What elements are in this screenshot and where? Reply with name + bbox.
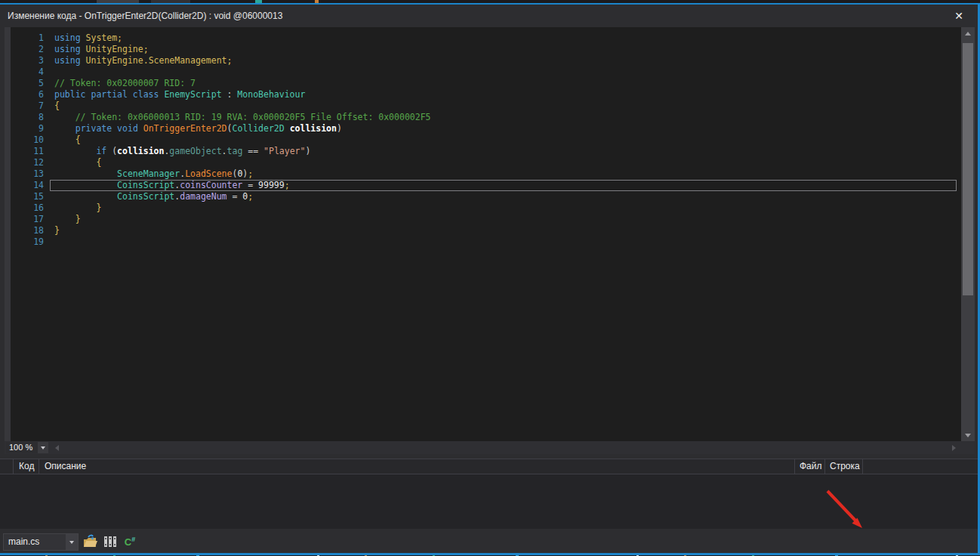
code-line[interactable]: { [50, 134, 957, 146]
column-icon[interactable] [0, 459, 14, 474]
scroll-left-icon[interactable] [51, 442, 63, 453]
code-line[interactable]: if (collision.gameObject.tag == "Player"… [50, 146, 957, 157]
dialog-title: Изменение кода - OnTriggerEnter2D(Collid… [8, 5, 282, 27]
code-line[interactable]: } [50, 202, 957, 214]
horizontal-scrollbar[interactable]: 100 % [5, 441, 975, 454]
line-number: 1 [11, 32, 44, 44]
add-csharp-file-button[interactable]: C# [122, 534, 137, 549]
close-icon[interactable]: ✕ [951, 8, 967, 23]
zoom-level-combobox[interactable]: 100 % [6, 442, 48, 453]
scroll-up-icon[interactable] [961, 27, 975, 39]
error-list-header: Код Описание Файл Строка [0, 459, 978, 474]
error-list[interactable] [0, 474, 978, 529]
scroll-down-icon[interactable] [961, 429, 975, 441]
line-number: 12 [11, 157, 44, 168]
add-assembly-button[interactable] [103, 534, 118, 549]
code-line[interactable]: { [50, 100, 957, 112]
code-line[interactable]: using UnityEngine; [50, 44, 957, 55]
code-line[interactable]: // Token: 0x02000007 RID: 7 [50, 78, 957, 89]
line-number: 13 [11, 168, 44, 180]
chevron-down-icon[interactable] [66, 534, 78, 550]
line-number: 15 [11, 191, 44, 202]
open-folder-icon [82, 534, 98, 549]
column-description[interactable]: Описание [39, 459, 795, 474]
line-number: 18 [11, 225, 44, 236]
add-document-button[interactable] [82, 534, 98, 549]
assembly-columns-icon [103, 535, 117, 548]
title-bar[interactable]: Изменение кода - OnTriggerEnter2D(Collid… [0, 5, 978, 27]
code-line[interactable]: } [50, 214, 957, 225]
code-line[interactable]: public partial class EnemyScript : MonoB… [50, 89, 957, 100]
line-number-gutter: 12345678910111213141516171819 [11, 32, 44, 248]
code-line[interactable]: SceneManager.LoadScene(0); [50, 168, 957, 180]
scroll-right-icon[interactable] [948, 442, 960, 453]
chevron-down-icon[interactable] [38, 442, 48, 453]
line-number: 11 [11, 146, 44, 157]
column-code[interactable]: Код [14, 459, 39, 474]
vertical-scrollbar[interactable] [961, 27, 975, 441]
code-line[interactable]: private void OnTriggerEnter2D(Collider2D… [50, 123, 957, 134]
line-number: 19 [11, 236, 44, 248]
line-number: 3 [11, 55, 44, 66]
line-number: 2 [11, 44, 44, 55]
code-line[interactable] [50, 236, 957, 248]
vertical-scrollbar-thumb[interactable] [963, 43, 973, 295]
edit-code-dialog: Изменение кода - OnTriggerEnter2D(Collid… [0, 0, 980, 556]
code-line[interactable]: // Token: 0x06000013 RID: 19 RVA: 0x0000… [50, 112, 957, 123]
line-number: 14 [11, 180, 44, 191]
code-text-area[interactable]: using System;using UnityEngine;using Uni… [50, 32, 957, 248]
code-line[interactable]: } [50, 225, 957, 236]
code-line[interactable] [50, 66, 957, 78]
zoom-level-value: 100 % [6, 442, 38, 453]
bottom-toolbar: main.cs C [0, 529, 978, 553]
line-number: 16 [11, 202, 44, 214]
line-number: 4 [11, 66, 44, 78]
line-number: 7 [11, 100, 44, 112]
code-line[interactable]: using System; [50, 32, 957, 44]
column-file[interactable]: Файл [795, 459, 825, 474]
code-line[interactable]: using UnityEngine.SceneManagement; [50, 55, 957, 66]
line-number: 8 [11, 112, 44, 123]
code-line[interactable]: { [50, 157, 957, 168]
column-line[interactable]: Строка [825, 459, 863, 474]
file-combobox[interactable]: main.cs [3, 533, 79, 551]
line-number: 17 [11, 214, 44, 225]
file-combobox-value: main.cs [4, 534, 66, 550]
code-editor[interactable]: 12345678910111213141516171819 using Syst… [5, 27, 975, 454]
column-filler [863, 459, 978, 474]
editor-glyph-margin [5, 27, 11, 441]
csharp-file-icon: C# [125, 536, 135, 548]
line-number: 5 [11, 78, 44, 89]
code-line[interactable]: CoinsScript.coinsCounter = 99999; [50, 180, 957, 191]
code-line[interactable]: CoinsScript.damageNum = 0; [50, 191, 957, 202]
line-number: 6 [11, 89, 44, 100]
line-number: 9 [11, 123, 44, 134]
line-number: 10 [11, 134, 44, 146]
